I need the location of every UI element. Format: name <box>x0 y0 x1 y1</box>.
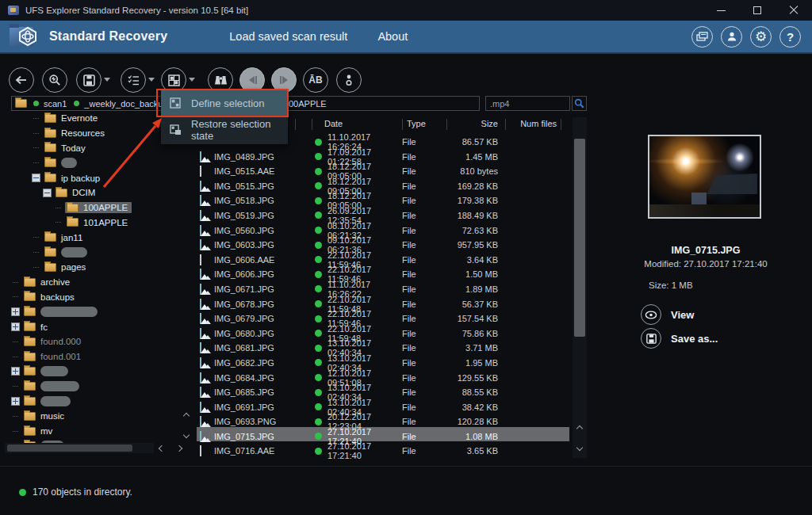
tree-item[interactable] <box>0 304 195 319</box>
file-row[interactable]: IMG_0560.JPG 08.10.2017 06:21:32 File 72… <box>197 221 569 236</box>
report-button[interactable] <box>121 67 146 93</box>
column-date[interactable]: Date <box>324 119 343 128</box>
tree-item[interactable]: jan11 <box>0 230 195 245</box>
list-scrollbar-thumb[interactable] <box>574 139 585 337</box>
tree-expander-icon[interactable] <box>32 263 40 272</box>
tree-item[interactable]: found.001 <box>0 349 195 364</box>
tree-item[interactable]: DCIM <box>0 185 195 200</box>
tree-expander-icon[interactable] <box>11 353 20 361</box>
tree-item[interactable]: pages <box>0 260 195 275</box>
tree-expander-icon[interactable] <box>32 143 40 152</box>
tree-item[interactable]: found.000 <box>0 334 195 349</box>
file-row[interactable]: IMG_0716.AAE 27.10.2017 17:21:40 File 3.… <box>197 441 569 456</box>
column-num-files[interactable]: Num files <box>505 119 557 128</box>
breadcrumb-item[interactable]: scan1 <box>33 99 67 109</box>
tree-item[interactable] <box>0 155 195 170</box>
help-button[interactable]: ? <box>779 26 801 48</box>
tree-expander-icon[interactable] <box>11 292 20 301</box>
maximize-button[interactable] <box>739 0 776 21</box>
tree-item[interactable]: music <box>0 409 195 424</box>
tree-item[interactable]: ip backup <box>0 170 195 185</box>
list-scroll-up[interactable] <box>577 426 582 431</box>
save-as-button[interactable]: Save as... <box>641 328 718 349</box>
menu-item-restore-selection[interactable]: Restore selection state <box>161 116 288 144</box>
tree-expander-icon[interactable] <box>32 158 40 167</box>
tree-expander-icon[interactable] <box>32 233 40 242</box>
license-button[interactable] <box>691 26 713 48</box>
tree-expander-icon[interactable] <box>11 382 20 391</box>
find-button[interactable] <box>208 67 233 93</box>
report-dropdown-arrow[interactable] <box>148 78 155 82</box>
tree-expander-icon[interactable] <box>32 114 40 123</box>
tree-item[interactable]: 101APPLE <box>0 216 195 231</box>
tree-scroll-left[interactable] <box>159 446 164 451</box>
file-row[interactable]: IMG_0679.JPG 22.10.2017 11:59:46 File 15… <box>197 309 569 324</box>
tree-expander-icon[interactable] <box>43 189 52 197</box>
tree-expander-icon[interactable] <box>54 204 63 212</box>
account-button[interactable] <box>721 26 742 48</box>
file-row[interactable]: IMG_0515.AAE 18.12.2017 09:05:00 File 81… <box>197 162 569 177</box>
file-row[interactable]: IMG_0606.AAE 22.10.2017 11:59:46 File 3.… <box>197 250 569 265</box>
tree-item[interactable]: archive <box>0 275 195 290</box>
tree-expander-icon[interactable] <box>11 307 20 316</box>
tree-expander-icon[interactable] <box>11 278 20 287</box>
file-row[interactable]: IMG_0603.JPG 09.10.2017 06:21:36 File 95… <box>197 235 569 250</box>
close-button[interactable] <box>776 0 812 21</box>
back-button[interactable] <box>9 67 34 93</box>
filter-search-button[interactable] <box>572 96 587 111</box>
file-row[interactable]: IMG_0682.JPG 13.10.2017 02:40:34 File 1.… <box>197 353 569 368</box>
tree-item[interactable] <box>0 394 195 409</box>
selection-button[interactable] <box>161 67 186 93</box>
list-scroll-down[interactable] <box>577 445 582 450</box>
tree-expander-icon[interactable] <box>11 412 20 421</box>
save-dropdown-arrow[interactable] <box>104 78 110 82</box>
file-row[interactable]: IMG_0678.JPG 22.10.2017 11:59:48 File 56… <box>197 295 569 310</box>
tree-expander-icon[interactable] <box>11 427 20 436</box>
file-row[interactable]: IMG_0671.JPG 11.10.2017 16:26:22 File 1.… <box>197 280 569 295</box>
breadcrumb-tail[interactable]: 00APPLE <box>289 99 327 109</box>
tree-item[interactable] <box>0 364 195 380</box>
view-button[interactable]: View <box>641 304 694 325</box>
tree-scroll-up[interactable] <box>184 414 189 418</box>
file-row[interactable]: IMG_0518.JPG 18.12.2017 09:05:00 File 17… <box>197 191 569 206</box>
encoding-button[interactable]: ĀB <box>303 67 328 93</box>
tree-item[interactable] <box>0 245 195 260</box>
file-row[interactable]: IMG_0715.JPG 27.10.2017 17:21:40 File 1.… <box>197 427 569 442</box>
breadcrumb-item[interactable]: _weekly_doc_backup <box>74 99 167 109</box>
menu-about[interactable]: About <box>377 30 408 43</box>
file-row[interactable]: IMG_0681.JPG 13.10.2017 02:40:34 File 3.… <box>197 338 569 353</box>
file-row[interactable]: IMG_0684.JPG 12.10.2017 09:51:08 File 12… <box>197 368 569 383</box>
options-button[interactable] <box>336 67 362 93</box>
save-button[interactable] <box>76 67 102 93</box>
tree-expander-icon[interactable] <box>11 397 20 406</box>
tree-item[interactable]: mv <box>0 424 195 439</box>
file-row[interactable]: IMG_0515.JPG 18.12.2017 09:05:00 File 16… <box>197 177 569 192</box>
tree-expander-icon[interactable] <box>32 129 40 138</box>
preview-thumbnail[interactable] <box>648 135 761 219</box>
tree-expander-icon[interactable] <box>32 248 40 257</box>
column-type[interactable]: Type <box>407 119 426 128</box>
file-row[interactable]: IMG_0489.JPG 17.09.2017 01:22:58 File 1.… <box>197 147 569 162</box>
file-row[interactable]: IMG_0606.JPG 22.10.2017 11:59:46 File 1.… <box>197 265 569 280</box>
scan-button[interactable] <box>42 67 67 93</box>
tree-item[interactable]: backups <box>0 290 195 305</box>
selection-dropdown-arrow[interactable] <box>189 78 195 82</box>
file-row[interactable]: IMG_0680.JPG 22.10.2017 11:59:48 File 75… <box>197 324 569 339</box>
tree-hscrollbar-thumb[interactable] <box>7 444 132 452</box>
file-row[interactable]: IMG_0693.PNG 20.12.2017 12:23:04 File 12… <box>197 412 569 427</box>
file-row[interactable]: IMG_0685.JPG 13.10.2017 02:40:34 File 88… <box>197 383 569 398</box>
menu-item-define-selection[interactable]: Define selection <box>161 90 288 116</box>
tree-expander-icon[interactable] <box>11 322 20 331</box>
filter-input[interactable] <box>485 96 570 111</box>
tree-scroll-down[interactable] <box>184 433 189 437</box>
minimize-button[interactable] <box>703 0 739 21</box>
tree-expander-icon[interactable] <box>11 338 20 346</box>
file-row[interactable]: IMG_0691.JPG 13.10.2017 02:40:34 File 38… <box>197 398 569 413</box>
tree-expander-icon[interactable] <box>11 367 20 376</box>
menu-load-saved-scan[interactable]: Load saved scan result <box>229 30 347 43</box>
tree-expander-icon[interactable] <box>32 174 40 182</box>
tree-item[interactable] <box>0 379 195 394</box>
column-size[interactable]: Size <box>446 119 498 128</box>
tree-scroll-right[interactable] <box>177 446 182 451</box>
tree-expander-icon[interactable] <box>54 218 63 227</box>
